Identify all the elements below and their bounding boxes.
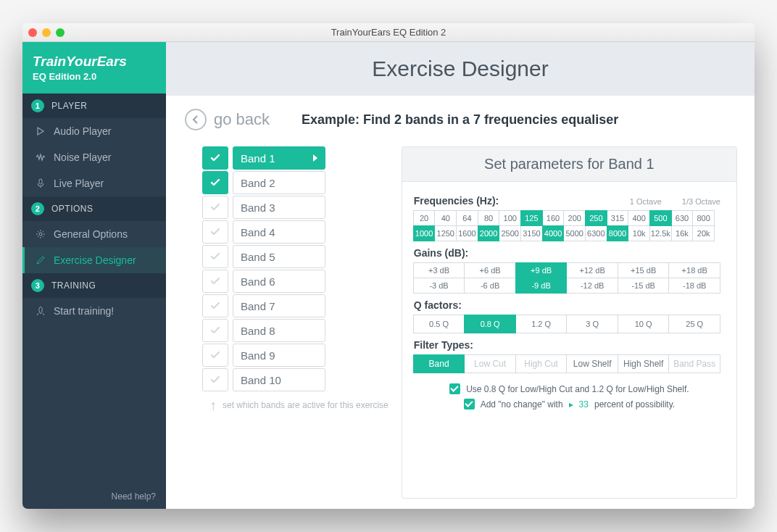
q-cell[interactable]: 10 Q bbox=[618, 315, 670, 333]
q-cell[interactable]: 0.8 Q bbox=[464, 315, 516, 333]
freq-cell[interactable]: 400 bbox=[628, 210, 650, 226]
band-select[interactable]: Band 2 bbox=[233, 171, 325, 194]
gain-cell[interactable]: +3 dB bbox=[413, 262, 465, 278]
gain-cell[interactable]: -18 dB bbox=[668, 278, 720, 294]
band-checkbox[interactable] bbox=[202, 294, 228, 317]
sidebar-item-audio-player[interactable]: Audio Player bbox=[22, 118, 166, 144]
octave-13-link[interactable]: 1/3 Octave bbox=[682, 197, 720, 206]
freq-cell[interactable]: 630 bbox=[671, 210, 694, 226]
band-checkbox[interactable] bbox=[202, 319, 228, 342]
freq-cell[interactable]: 1600 bbox=[456, 225, 478, 241]
freq-cell[interactable]: 800 bbox=[692, 210, 715, 226]
freq-cell[interactable]: 1250 bbox=[434, 225, 457, 241]
band-select[interactable]: Band 1 bbox=[233, 146, 325, 170]
band-checkbox[interactable] bbox=[202, 270, 228, 293]
filter-type-cell[interactable]: Band bbox=[413, 354, 465, 373]
gain-cell[interactable]: -9 dB bbox=[515, 278, 568, 294]
freq-cell[interactable]: 12.5k bbox=[649, 225, 672, 241]
freq-cell[interactable]: 10k bbox=[628, 225, 650, 241]
band-select[interactable]: Band 3 bbox=[233, 196, 325, 219]
sidebar-item-general-options[interactable]: General Options bbox=[22, 221, 166, 247]
app-window: TrainYourEars EQ Edition 2 TrainYourEars… bbox=[22, 23, 755, 509]
band-select[interactable]: Band 8 bbox=[233, 319, 325, 342]
band-select[interactable]: Band 10 bbox=[233, 368, 325, 391]
freq-cell[interactable]: 2000 bbox=[478, 225, 500, 241]
freq-cell[interactable]: 200 bbox=[563, 210, 586, 226]
gain-cell[interactable]: -3 dB bbox=[413, 278, 465, 294]
band-select[interactable]: Band 6 bbox=[233, 270, 325, 293]
brand-title: TrainYourEars bbox=[33, 54, 156, 70]
freq-cell[interactable]: 40 bbox=[434, 210, 457, 226]
gains-pos-grid: +3 dB+6 dB+9 dB+12 dB+15 dB+18 dB bbox=[414, 263, 725, 278]
freq-cell[interactable]: 2500 bbox=[499, 225, 521, 241]
gain-cell[interactable]: +6 dB bbox=[464, 262, 516, 278]
band-checkbox[interactable] bbox=[202, 146, 228, 170]
band-checkbox[interactable] bbox=[202, 220, 228, 244]
percent-value[interactable]: 33 bbox=[579, 399, 589, 410]
go-back-button[interactable]: go back bbox=[185, 109, 270, 130]
gain-cell[interactable]: -6 dB bbox=[464, 278, 516, 294]
gain-cell[interactable]: -15 dB bbox=[618, 278, 670, 294]
freq-label: Frequencies (Hz): bbox=[414, 195, 499, 207]
step-num: 1 bbox=[31, 99, 44, 112]
freq-cell[interactable]: 6300 bbox=[585, 225, 607, 241]
freq-cell[interactable]: 3150 bbox=[520, 225, 543, 241]
freq-cell[interactable]: 16k bbox=[671, 225, 694, 241]
step-num: 3 bbox=[31, 279, 44, 292]
freq-cell[interactable]: 20k bbox=[692, 225, 715, 241]
band-checkbox[interactable] bbox=[202, 171, 228, 194]
freq-cell[interactable]: 1000 bbox=[413, 225, 436, 241]
filter-type-cell[interactable]: High Shelf bbox=[618, 354, 670, 373]
sidebar-item-noise-player[interactable]: Noise Player bbox=[22, 144, 166, 170]
filter-type-cell[interactable]: High Cut bbox=[515, 354, 568, 373]
band-select[interactable]: Band 7 bbox=[233, 294, 325, 317]
band-checkbox[interactable] bbox=[202, 344, 228, 367]
gain-cell[interactable]: -12 dB bbox=[566, 278, 618, 294]
gain-cell[interactable]: +9 dB bbox=[515, 262, 568, 278]
band-select[interactable]: Band 9 bbox=[233, 344, 325, 367]
freq-cell[interactable]: 160 bbox=[542, 210, 565, 226]
band-select[interactable]: Band 5 bbox=[233, 245, 325, 268]
band-checkbox[interactable] bbox=[202, 196, 228, 219]
band-select[interactable]: Band 4 bbox=[233, 220, 325, 244]
q-cell[interactable]: 3 Q bbox=[566, 315, 618, 333]
sidebar-item-exercise-designer[interactable]: Exercise Designer bbox=[22, 247, 166, 273]
check-no-change[interactable]: Add "no change" with ▸ 33 percent of pos… bbox=[464, 399, 675, 410]
step-num: 2 bbox=[31, 202, 44, 215]
band-checkbox[interactable] bbox=[202, 245, 228, 268]
freq-cell[interactable]: 4000 bbox=[542, 225, 565, 241]
check-label-post: percent of possibility. bbox=[594, 399, 675, 410]
hint-arrow-icon: ↑ bbox=[209, 402, 217, 409]
freq-cell[interactable]: 64 bbox=[456, 210, 478, 226]
q-cell[interactable]: 1.2 Q bbox=[515, 315, 568, 333]
freq-cell[interactable]: 500 bbox=[649, 210, 672, 226]
filter-type-cell[interactable]: Low Cut bbox=[464, 354, 516, 373]
freq-cell[interactable]: 125 bbox=[520, 210, 543, 226]
q-cell[interactable]: 25 Q bbox=[668, 315, 720, 333]
sidebar-item-label: General Options bbox=[54, 228, 128, 240]
check-auto-q[interactable]: Use 0.8 Q for Low/High Cut and 1.2 Q for… bbox=[449, 383, 689, 394]
gain-cell[interactable]: +12 dB bbox=[566, 262, 618, 278]
gain-cell[interactable]: +18 dB bbox=[668, 262, 720, 278]
freq-cell[interactable]: 5000 bbox=[563, 225, 586, 241]
freq-cell[interactable]: 315 bbox=[607, 210, 629, 226]
octave-1-link[interactable]: 1 Octave bbox=[630, 197, 662, 206]
band-checkbox[interactable] bbox=[202, 368, 228, 391]
help-link[interactable]: Need help? bbox=[22, 484, 166, 509]
noise-icon bbox=[35, 152, 46, 162]
sidebar-item-live-player[interactable]: Live Player bbox=[22, 170, 166, 196]
freq-cell[interactable]: 80 bbox=[478, 210, 500, 226]
freq-cell[interactable]: 8000 bbox=[607, 225, 629, 241]
filter-type-cell[interactable]: Low Shelf bbox=[566, 354, 618, 373]
q-cell[interactable]: 0.5 Q bbox=[413, 315, 465, 333]
check-label-pre: Add "no change" with bbox=[481, 399, 563, 410]
gain-cell[interactable]: +15 dB bbox=[618, 262, 670, 278]
freq-cell[interactable]: 20 bbox=[413, 210, 436, 226]
check-label: Use 0.8 Q for Low/High Cut and 1.2 Q for… bbox=[466, 384, 689, 394]
section-training: 3 TRAINING bbox=[22, 273, 166, 298]
filter-type-cell[interactable]: Band Pass bbox=[668, 354, 720, 373]
sidebar-item-start-training[interactable]: Start training! bbox=[22, 298, 166, 324]
sidebar-item-label: Noise Player bbox=[54, 151, 111, 163]
freq-cell[interactable]: 100 bbox=[499, 210, 521, 226]
freq-cell[interactable]: 250 bbox=[585, 210, 607, 226]
